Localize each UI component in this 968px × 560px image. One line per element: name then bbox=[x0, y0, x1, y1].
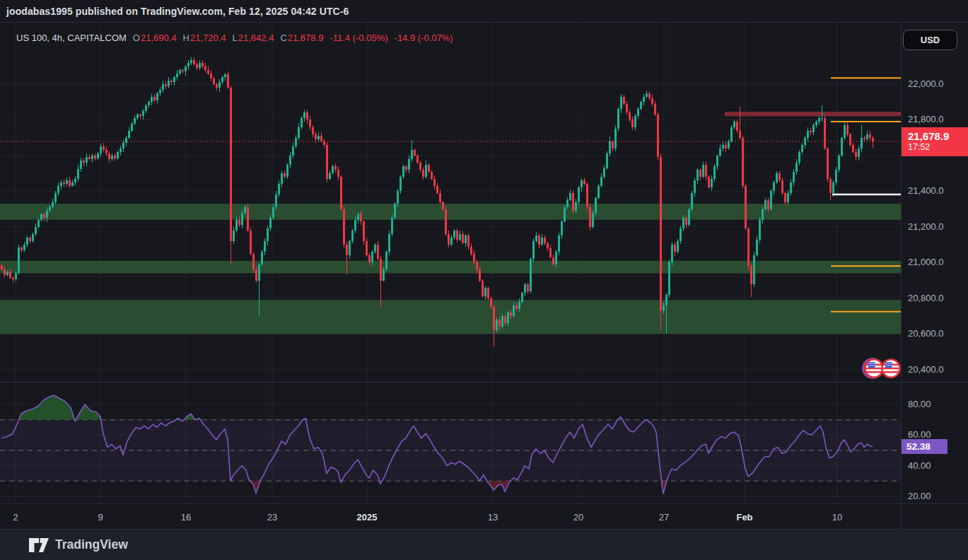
price-axis-label: 22,000.0 bbox=[908, 78, 944, 90]
timeaxis-divider bbox=[0, 503, 968, 504]
footer-bar: TradingView bbox=[0, 530, 968, 560]
last-price-label: 21,678.9 17:52 bbox=[901, 127, 968, 156]
time-axis-label: 20 bbox=[573, 512, 583, 523]
publish-topbar: joodabas1995 published on TradingView.co… bbox=[0, 0, 968, 22]
published-caption: joodabas1995 published on TradingView.co… bbox=[0, 6, 349, 17]
ohlc-high: H21,720.4 bbox=[183, 33, 226, 43]
price-axis-label: 21,000.0 bbox=[908, 257, 944, 268]
flag-right bbox=[882, 359, 899, 377]
price-axis-label: 21,800.0 bbox=[908, 114, 944, 125]
tradingview-logo-icon[interactable] bbox=[28, 537, 49, 553]
bar-countdown: 17:52 bbox=[908, 142, 968, 153]
rsi-axis-label: 80.00 bbox=[908, 399, 931, 410]
ohlc-open: O21,690.4 bbox=[133, 33, 177, 43]
time-axis-label: 9 bbox=[98, 512, 103, 523]
price-axis-label: 21,200.0 bbox=[908, 221, 944, 233]
price-axis-label: 20,800.0 bbox=[908, 293, 944, 304]
time-axis-label: 23 bbox=[267, 512, 277, 523]
pane-divider[interactable] bbox=[0, 382, 968, 383]
change-extended: -14.9 (-0.07%) bbox=[395, 33, 453, 43]
us-flag-symbol-icon bbox=[862, 356, 903, 380]
axis-divider bbox=[901, 22, 902, 529]
symbol-title[interactable]: US 100, 4h, CAPITALCOM bbox=[16, 33, 127, 43]
rsi-value-label: 52.38 bbox=[901, 439, 947, 454]
price-axis-label: 20,400.0 bbox=[908, 364, 944, 375]
time-axis-label: 16 bbox=[181, 512, 191, 523]
last-price-value: 21,678.9 bbox=[908, 130, 968, 142]
chart-canvas[interactable] bbox=[0, 0, 968, 560]
change-value: -11.4 (-0.05%) bbox=[330, 33, 387, 43]
rsi-axis-label: 40.00 bbox=[908, 460, 931, 472]
rsi-axis-label: 20.00 bbox=[908, 491, 931, 502]
price-axis-label: 21,400.0 bbox=[908, 185, 944, 197]
topbar-divider bbox=[0, 22, 968, 23]
time-axis-label: Feb bbox=[736, 512, 752, 523]
time-axis-label: 10 bbox=[832, 512, 842, 523]
time-axis-label: 2 bbox=[13, 512, 18, 523]
price-axis-label: 20,600.0 bbox=[908, 328, 944, 339]
flag-left bbox=[865, 359, 882, 377]
footer-brand[interactable]: TradingView bbox=[55, 537, 128, 552]
time-axis-label: 2025 bbox=[357, 512, 378, 523]
chart-legend[interactable]: US 100, 4h, CAPITALCOM O21,690.4 H21,720… bbox=[16, 33, 453, 43]
tradingview-screenshot: joodabas1995 published on TradingView.co… bbox=[0, 0, 968, 560]
ohlc-low: L21,642.4 bbox=[233, 33, 274, 43]
currency-toggle-button[interactable]: USD bbox=[903, 30, 957, 50]
time-axis-label: 13 bbox=[488, 512, 498, 523]
time-axis-label: 27 bbox=[659, 512, 669, 523]
ohlc-close: C21,678.9 bbox=[280, 33, 323, 43]
